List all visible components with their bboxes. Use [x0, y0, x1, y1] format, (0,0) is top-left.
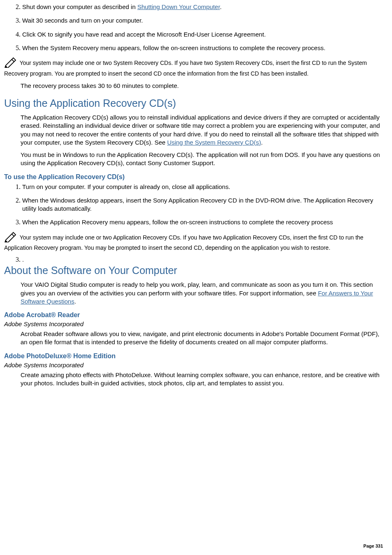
system-recovery-link[interactable]: Using the System Recovery CD(s) [167, 139, 261, 146]
step-item: Wait 30 seconds and turn on your compute… [22, 16, 388, 25]
heading-to-use: To use the Application Recovery CD(s) [4, 173, 388, 181]
note-text: Your system may include one or two Appli… [4, 234, 363, 251]
dot-text: . [22, 256, 24, 263]
photodeluxe-company: Adobe Systems Incorporated [4, 362, 388, 368]
system-recovery-steps: Shut down your computer as described in … [4, 2, 388, 52]
acrobat-para: Acrobat Reader software allows you to vi… [21, 330, 388, 347]
dot-list: . [4, 256, 388, 263]
step-item: Shut down your computer as described in … [22, 2, 388, 11]
step-item: Turn on your computer. If your computer … [22, 182, 388, 191]
step-text: When the Windows desktop appears, insert… [22, 197, 373, 212]
acrobat-company: Adobe Systems Incorporated [4, 320, 388, 327]
page-number: Page 331 [363, 543, 383, 548]
pencil-icon [4, 57, 16, 70]
step-item: When the System Recovery menu appears, f… [22, 44, 388, 52]
heading-about-software: About the Software on Your Computer [4, 265, 388, 276]
app-recovery-para2: You must be in Windows to run the Applic… [21, 151, 388, 168]
heading-app-recovery: Using the Application Recovery CD(s) [4, 97, 388, 109]
heading-acrobat: Adobe Acrobat® Reader [4, 311, 388, 319]
shutting-down-link[interactable]: Shutting Down Your Computer [137, 3, 220, 10]
step-item: When the Windows desktop appears, insert… [22, 196, 388, 213]
step-text: When the System Recovery menu appears, f… [22, 44, 325, 51]
step-item: Click OK to signify you have read and ac… [22, 30, 388, 39]
note-block: Your system may include one or two Syste… [4, 57, 388, 78]
note-text: Your system may include one or two Syste… [4, 60, 367, 77]
recovery-time-text: The recovery process takes 30 to 60 minu… [21, 82, 388, 90]
note-block: Your system may include one or two Appli… [4, 232, 388, 252]
step-item: When the Application Recovery menu appea… [22, 218, 388, 226]
step-text: When the Application Recovery menu appea… [22, 219, 333, 226]
para-text-post: . [74, 298, 76, 305]
pencil-icon [4, 232, 16, 244]
step-text: Shut down your computer as described in [22, 3, 137, 10]
step-text: Turn on your computer. If your computer … [22, 183, 230, 190]
dot-item: . [22, 256, 388, 263]
step-text: Click OK to signify you have read and ac… [22, 31, 266, 38]
step-text: Wait 30 seconds and turn on your compute… [22, 17, 143, 24]
para-text-post: . [261, 139, 263, 146]
step-text-post: . [220, 3, 221, 10]
photodeluxe-para: Create amazing photo effects with PhotoD… [21, 371, 388, 388]
heading-photodeluxe: Adobe PhotoDeluxe® Home Edition [4, 352, 388, 360]
about-para: Your VAIO Digital Studio computer is rea… [21, 281, 388, 306]
app-recovery-steps: Turn on your computer. If your computer … [4, 182, 388, 227]
app-recovery-para1: The Application Recovery CD(s) allows yo… [21, 113, 388, 147]
